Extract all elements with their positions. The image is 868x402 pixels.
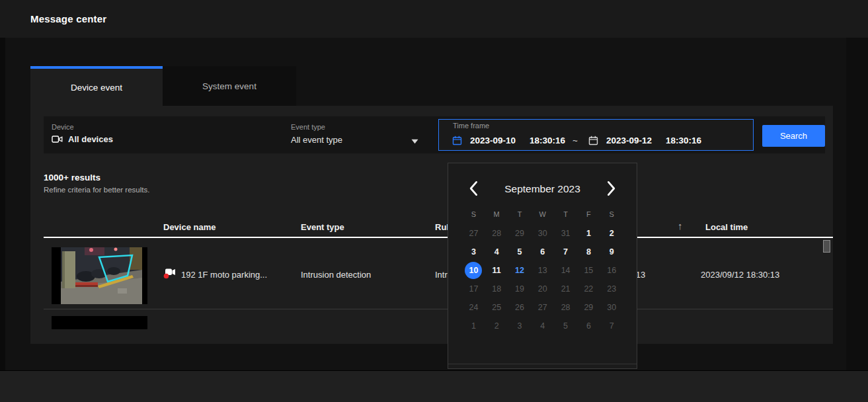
- calendar-day: 28: [485, 224, 508, 243]
- calendar-day: 1: [462, 317, 485, 335]
- calendar-day[interactable]: 8: [577, 243, 600, 261]
- calendar-day: 25: [485, 298, 508, 317]
- calendar-start-icon[interactable]: [452, 136, 462, 145]
- bottom-bar: 1 / 20: [0, 370, 868, 402]
- calendar-day: 15: [577, 261, 600, 280]
- camera-recording-icon: [163, 268, 177, 279]
- event-snapshot-thumbnail[interactable]: [52, 247, 147, 304]
- time-frame-label: Time frame: [453, 122, 489, 130]
- calendar-day-grid: 2728293031123456789101112131415161718192…: [462, 224, 623, 335]
- calendar-day-selected[interactable]: 10: [462, 261, 485, 280]
- tab-device-event-label: Device event: [71, 83, 122, 93]
- camcorder-icon: [52, 135, 63, 143]
- calendar-day: 2: [485, 317, 508, 335]
- calendar-day[interactable]: 6: [531, 243, 554, 261]
- column-header-device-name: Device name: [163, 222, 216, 232]
- weekday-label: T: [554, 207, 577, 221]
- start-date-value[interactable]: 2023-09-10: [470, 136, 516, 145]
- weekday-label: M: [485, 207, 508, 221]
- calendar-day[interactable]: 9: [600, 243, 623, 261]
- calendar-day: 13: [531, 261, 554, 280]
- calendar-day: 7: [600, 317, 623, 335]
- calendar-day: 16: [600, 261, 623, 280]
- calendar-day: 23: [600, 280, 623, 298]
- right-edge-strip: [846, 38, 868, 370]
- calendar-day: 20: [531, 280, 554, 298]
- calendar-day: 17: [462, 280, 485, 298]
- header-underline: [44, 237, 833, 238]
- event-type-filter[interactable]: Event type All event type: [291, 123, 342, 145]
- calendar-day: 4: [531, 317, 554, 335]
- results-hint: Refine criteria for better results.: [44, 186, 149, 194]
- end-time-value[interactable]: 18:30:16: [666, 136, 701, 145]
- results-count: 1000+ results: [44, 173, 100, 182]
- top-header-bar: Message center: [0, 0, 868, 38]
- calendar-footer-divider: [448, 364, 637, 364]
- calendar-day[interactable]: 3: [462, 243, 485, 261]
- cell-local-time: 2023/09/12 18:30:13: [701, 270, 779, 280]
- weekday-label: S: [600, 207, 623, 221]
- device-filter[interactable]: Device All devices: [52, 123, 113, 144]
- calendar-day: 21: [554, 280, 577, 298]
- calendar-day: 29: [577, 298, 600, 317]
- calendar-day: 19: [508, 280, 532, 298]
- calendar-day: 6: [577, 317, 600, 335]
- cell-device-name[interactable]: 192 1F moto parking...: [181, 270, 267, 280]
- calendar-day: 28: [554, 298, 577, 317]
- device-filter-label: Device: [52, 123, 113, 131]
- calendar-day: 14: [554, 261, 577, 280]
- event-type-filter-label: Event type: [291, 123, 342, 131]
- calendar-end-icon[interactable]: [588, 136, 598, 145]
- calendar-day[interactable]: 7: [554, 243, 577, 261]
- calendar-day: 31: [554, 224, 577, 243]
- weekday-label: W: [531, 207, 554, 221]
- left-edge-strip: [0, 38, 5, 370]
- calendar-day[interactable]: 2: [600, 224, 623, 243]
- calendar-weekday-row: SMTWTFS: [462, 207, 623, 221]
- weekday-label: T: [508, 207, 532, 221]
- calendar-day: 18: [485, 280, 508, 298]
- range-separator: ~: [572, 136, 578, 145]
- table-scrollbar-thumb[interactable]: [823, 240, 830, 253]
- tab-system-event-label: System event: [202, 81, 256, 91]
- calendar-day: 29: [508, 224, 532, 243]
- calendar-day: 30: [531, 224, 554, 243]
- calendar-day: 5: [554, 317, 577, 335]
- calendar-day: 27: [462, 224, 485, 243]
- calendar-day: 3: [508, 317, 532, 335]
- tab-system-event[interactable]: System event: [163, 66, 296, 106]
- date-picker-popup: September 2023 SMTWTFS 27282930311234567…: [448, 163, 637, 369]
- event-snapshot-thumbnail-partial[interactable]: [52, 316, 147, 329]
- calendar-day: 30: [600, 298, 623, 317]
- device-filter-value: All devices: [68, 134, 113, 144]
- calendar-day[interactable]: 4: [485, 243, 508, 261]
- message-center-window: Message center Device event System event…: [0, 0, 868, 402]
- calendar-day[interactable]: 11: [485, 261, 508, 280]
- page-title: Message center: [30, 13, 106, 24]
- tab-device-event[interactable]: Device event: [30, 66, 163, 106]
- calendar-day[interactable]: 5: [508, 243, 532, 261]
- calendar-day[interactable]: 12: [508, 261, 532, 280]
- calendar-day: 27: [531, 298, 554, 317]
- weekday-label: F: [577, 207, 600, 221]
- sort-ascending-icon[interactable]: ↑: [678, 220, 683, 231]
- start-time-value[interactable]: 18:30:16: [530, 136, 565, 145]
- search-button-label: Search: [780, 131, 807, 141]
- column-header-event-type: Event type: [301, 222, 344, 232]
- next-month-icon[interactable]: [605, 181, 617, 196]
- end-date-value[interactable]: 2023-09-12: [606, 136, 652, 145]
- calendar-day[interactable]: 1: [577, 224, 600, 243]
- search-button[interactable]: Search: [762, 125, 825, 147]
- column-header-local-time[interactable]: Local time: [705, 222, 748, 232]
- calendar-day: 26: [508, 298, 532, 317]
- row-divider: [44, 309, 833, 309]
- event-type-filter-value: All event type: [291, 135, 342, 145]
- weekday-label: S: [462, 207, 485, 221]
- calendar-day: 24: [462, 298, 485, 317]
- cell-event-type: Intrusion detection: [301, 270, 371, 280]
- calendar-day: 22: [577, 280, 600, 298]
- caret-down-icon[interactable]: [411, 139, 418, 144]
